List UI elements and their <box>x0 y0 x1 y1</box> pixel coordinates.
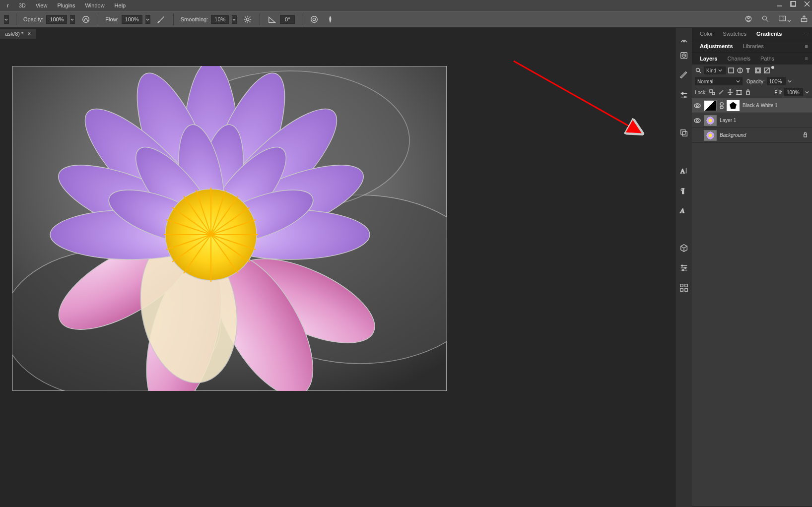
panel-menu-icon[interactable]: ≡ <box>805 31 812 37</box>
mask-thumb[interactable] <box>727 100 740 111</box>
glyphs-panel-icon[interactable]: A <box>679 205 689 215</box>
svg-rect-80 <box>680 284 682 287</box>
lock-artboard-icon[interactable] <box>736 89 743 96</box>
filter-toggle-icon[interactable] <box>771 66 774 69</box>
pressure-size-icon[interactable] <box>309 14 319 24</box>
tab-paths[interactable]: Paths <box>755 54 779 63</box>
flow-label: Flow: <box>105 16 118 22</box>
canvas-area[interactable] <box>0 39 675 507</box>
options-bar: Opacity: 100% Flow: 100% Smoothing: 10% … <box>0 11 812 28</box>
layer-name[interactable]: Background <box>720 132 746 138</box>
cloud-docs-icon[interactable] <box>744 15 752 24</box>
link-mask-icon[interactable] <box>720 102 724 109</box>
panel-menu-icon[interactable]: ≡ <box>805 43 812 49</box>
tab-channels[interactable]: Channels <box>722 54 755 63</box>
filter-smart-icon[interactable] <box>763 67 770 74</box>
fill-label: Fill: <box>774 90 782 95</box>
close-icon[interactable] <box>804 1 810 8</box>
lock-pixels-icon[interactable] <box>718 89 725 96</box>
svg-rect-100 <box>720 103 723 105</box>
svg-line-61 <box>514 61 641 133</box>
pressure-opacity-icon[interactable] <box>81 14 91 24</box>
flow-dropdown[interactable] <box>145 15 150 24</box>
fill-dropdown[interactable] <box>805 90 809 94</box>
svg-rect-86 <box>729 68 734 73</box>
filter-pixel-icon[interactable] <box>728 67 735 74</box>
brush-settings-panel-icon[interactable] <box>679 90 689 100</box>
panel-menu-icon[interactable]: ≡ <box>805 56 812 62</box>
menu-plugins[interactable]: Plugins <box>53 1 79 9</box>
character-panel-icon[interactable]: A <box>679 166 689 176</box>
tab-swatches[interactable]: Swatches <box>718 29 751 39</box>
layer-name[interactable]: Black & White 1 <box>743 103 778 108</box>
brushes-panel-icon[interactable] <box>679 70 689 80</box>
lock-all-icon[interactable] <box>744 89 751 96</box>
svg-rect-97 <box>746 92 749 95</box>
menu-3d[interactable]: 3D <box>15 1 30 9</box>
angle-field[interactable]: 0° <box>280 15 295 24</box>
opacity-dropdown[interactable] <box>70 15 75 24</box>
svg-point-5 <box>83 16 89 23</box>
flow-field[interactable]: 100% <box>122 15 142 24</box>
symmetry-icon[interactable] <box>325 14 335 24</box>
svg-point-99 <box>696 105 698 107</box>
smoothing-field[interactable]: 10% <box>211 15 229 24</box>
layer-opacity-field[interactable]: 100% <box>767 77 786 85</box>
menu-help[interactable]: Help <box>111 1 130 9</box>
document-tab[interactable]: ask/8) * × <box>0 29 36 39</box>
lock-position-icon[interactable] <box>727 89 734 96</box>
paragraph-panel-icon[interactable]: ¶ <box>679 186 689 195</box>
brush-preset-dropdown[interactable] <box>4 15 9 24</box>
clone-source-panel-icon[interactable] <box>679 128 689 138</box>
layer-row-layer1[interactable]: Layer 1 <box>692 113 812 128</box>
visibility-icon[interactable] <box>694 117 701 124</box>
layer-thumb[interactable] <box>704 115 717 126</box>
lock-icon[interactable] <box>803 132 810 138</box>
svg-point-8 <box>247 18 249 20</box>
share-icon[interactable] <box>800 15 808 24</box>
search-icon[interactable] <box>761 15 769 24</box>
adjustment-thumb[interactable] <box>704 100 717 111</box>
blend-mode-dropdown[interactable]: Normal <box>695 77 743 85</box>
tab-layers[interactable]: Layers <box>695 54 722 63</box>
maximize-icon[interactable] <box>790 1 796 8</box>
tab-libraries[interactable]: Libraries <box>738 41 769 51</box>
menu-cutoff[interactable]: r <box>3 1 13 9</box>
fill-field[interactable]: 100% <box>784 88 803 96</box>
layer-thumb[interactable] <box>704 130 717 141</box>
layer-name[interactable]: Layer 1 <box>720 118 736 123</box>
3d-panel-icon[interactable] <box>679 243 689 253</box>
history-panel-icon[interactable] <box>679 51 689 61</box>
layer-filter-kind[interactable]: Kind <box>704 66 726 74</box>
close-document-icon[interactable]: × <box>27 30 31 37</box>
filter-adjustment-icon[interactable] <box>737 67 744 74</box>
visibility-icon[interactable] <box>694 132 701 139</box>
layer-opacity-dropdown[interactable] <box>788 79 792 83</box>
menu-window[interactable]: Window <box>81 1 108 9</box>
tab-color[interactable]: Color <box>695 29 718 39</box>
smoothing-gear-icon[interactable] <box>243 14 253 24</box>
menu-view[interactable]: View <box>32 1 52 9</box>
svg-text:T: T <box>746 68 749 73</box>
lock-transparency-icon[interactable] <box>709 89 716 96</box>
airbrush-icon[interactable] <box>156 14 166 24</box>
opacity-field[interactable]: 100% <box>46 15 67 24</box>
navigator-panel-icon[interactable] <box>679 283 689 293</box>
layer-row-background[interactable]: Background <box>692 128 812 143</box>
filter-search-icon[interactable] <box>695 67 702 74</box>
svg-rect-101 <box>720 106 723 109</box>
visibility-icon[interactable] <box>694 102 701 109</box>
tab-gradients[interactable]: Gradients <box>751 29 787 39</box>
filter-type-icon[interactable]: T <box>745 67 752 74</box>
angle-icon[interactable] <box>267 14 277 24</box>
tab-adjustments[interactable]: Adjustments <box>695 41 738 51</box>
properties-panel-icon[interactable] <box>679 263 689 273</box>
layer-row-bw[interactable]: Black & White 1 <box>692 98 812 113</box>
minimize-icon[interactable] <box>776 1 782 8</box>
svg-rect-15 <box>779 16 786 21</box>
filter-shape-icon[interactable] <box>754 67 761 74</box>
workspace-icon[interactable] <box>778 15 791 24</box>
smoothing-dropdown[interactable] <box>232 15 237 24</box>
collapse-panels-icon[interactable] <box>680 37 687 41</box>
color-panel-group: Color Swatches Gradients ≡ <box>692 28 812 40</box>
